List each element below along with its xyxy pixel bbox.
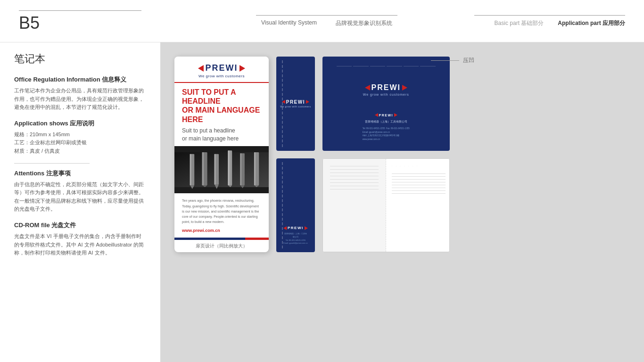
prewi-tagline-large: We grow with customers bbox=[363, 93, 409, 96]
section-cdrom: CD-ROM file 光盘文件 光盘文件是本 VI 手册电子文件的集合，内含手… bbox=[14, 221, 146, 257]
notebook-top-lines bbox=[332, 66, 440, 66]
brochure-caption: 扉页设计（同比例放大） bbox=[174, 240, 269, 252]
brochure-prewi-logo: PREWI We grow with customers bbox=[198, 63, 245, 78]
drill-bits-image bbox=[174, 146, 269, 193]
arrow-right-icon bbox=[306, 100, 309, 104]
prewi-logo-bottom: PREWI bbox=[363, 113, 410, 117]
notebook-open: · · · · · · · bbox=[322, 158, 450, 253]
header-center: Visual Identity System 品牌视觉形象识别系统 bbox=[179, 15, 474, 27]
notebook-front-large: PREWI We grow with customers PREWI 普莱维精器… bbox=[322, 57, 450, 151]
sidebar-title: 笔记本 bbox=[14, 52, 146, 66]
brochure-website: www.prewi.com.cn bbox=[182, 228, 261, 233]
vi-system-label-cn: 品牌视觉形象识别系统 bbox=[336, 19, 392, 27]
section-attentions-text: 由于信息的不确定性，此页部分规范（如文字大小、间距等）可作为参考使用，具体可根据… bbox=[14, 181, 146, 214]
header-top-line bbox=[19, 10, 141, 11]
sidebar: 笔记本 Office Regulation Information 信息释义 工… bbox=[0, 42, 160, 362]
brochure-subheadline: Suit to put a headlineor main language h… bbox=[182, 127, 261, 143]
prewi-text-large: PREWI bbox=[372, 83, 401, 92]
spine-dots-back bbox=[282, 162, 283, 249]
prewi-bar: PREWI bbox=[282, 99, 309, 105]
svg-rect-3 bbox=[190, 154, 191, 186]
header-right: Basic part 基础部分 Application part 应用部分 bbox=[474, 15, 625, 27]
spine-dots bbox=[282, 60, 283, 147]
svg-rect-9 bbox=[214, 154, 215, 185]
open-header-text: · · · · · · · bbox=[392, 165, 446, 167]
notebook-back-small: PREWI 普莱维精器（上海）工具有限公司 Tel: 86-021-64521-… bbox=[276, 158, 315, 253]
section-cdrom-title: CD-ROM file 光盘文件 bbox=[14, 221, 146, 230]
notebook-front-small: PREWI We grow with customers bbox=[276, 57, 315, 151]
section-spec1: 规格：210mm x 145mm bbox=[14, 131, 146, 139]
brochure-body: Ten years ago, the phoenix nirvana, rest… bbox=[174, 193, 269, 238]
header: B5 Visual Identity System 品牌视觉形象识别系统 Bas… bbox=[0, 0, 644, 42]
header-center-line bbox=[256, 15, 397, 16]
notebook-open-left bbox=[323, 159, 386, 252]
content-grid: PREWI We grow with customers PREWI bbox=[174, 57, 450, 252]
prewi-logo-large: PREWI We grow with customers bbox=[363, 83, 409, 96]
ya-ao-text: 压凹 bbox=[463, 57, 474, 65]
svg-marker-4 bbox=[190, 186, 194, 189]
section-spec2: 工艺：企业标志丝网印刷或烫银 bbox=[14, 139, 146, 147]
company-contact: Tel: 86-021-64521-2255 Fax: 86-021-64521… bbox=[363, 127, 410, 141]
svg-rect-12 bbox=[228, 151, 229, 186]
svg-rect-18 bbox=[254, 152, 256, 185]
back-company-info: 普莱维精器（上海）工具有限公司 Tel: 86-021-64521-2255 E… bbox=[283, 232, 308, 245]
open-lines-left bbox=[323, 159, 386, 252]
ya-ao-line bbox=[431, 60, 459, 61]
arrow-right-lg-icon bbox=[402, 85, 407, 90]
brochure-body-text: Ten years ago, the phoenix nirvana, rest… bbox=[182, 198, 261, 224]
prewi-logo-small: PREWI We grow with customers bbox=[280, 99, 311, 108]
nav-basic[interactable]: Basic part 基础部分 bbox=[495, 19, 544, 27]
sidebar-divider bbox=[14, 163, 90, 164]
section-attentions: Attentions 注意事项 由于信息的不确定性，此页部分规范（如文字大小、间… bbox=[14, 169, 146, 214]
section-regulation-title: Office Regulation Information 信息释义 bbox=[14, 75, 146, 84]
arrow-left-lg-icon bbox=[365, 85, 370, 90]
brochure-headline: SUIT TO PUT A HEADLINEOR MAIN LANGUAGE H… bbox=[182, 88, 261, 124]
header-center-labels: Visual Identity System 品牌视觉形象识别系统 bbox=[261, 19, 392, 27]
prewi-logo-back: PREWI bbox=[283, 226, 308, 230]
svg-rect-6 bbox=[202, 152, 204, 185]
ya-ao-label: 压凹 bbox=[431, 57, 474, 65]
brochure-headline-block: SUIT TO PUT A HEADLINEOR MAIN LANGUAGE H… bbox=[174, 83, 269, 146]
header-right-line bbox=[474, 15, 625, 16]
section-regulation: Office Regulation Information 信息释义 工作笔记本… bbox=[14, 75, 146, 112]
section-attentions-title: Attentions 注意事项 bbox=[14, 169, 146, 178]
page-code: B5 bbox=[19, 15, 179, 32]
header-nav: Basic part 基础部分 Application part 应用部分 bbox=[495, 19, 625, 27]
vi-system-label-en: Visual Identity System bbox=[261, 19, 317, 27]
content-area: 压凹 PREWI We grow with customers bbox=[160, 42, 644, 362]
section-application-title: Application shows 应用说明 bbox=[14, 119, 146, 128]
company-info-block: PREWI 普莱维精器（上海）工具有限公司 Tel: 86-021-64521-… bbox=[363, 113, 410, 141]
prewi-tagline: We grow with customers bbox=[280, 105, 311, 108]
section-regulation-text: 工作笔记本作为企业办公用品，具有规范行政管理形象的作用，也可作为赠品使用。为体现… bbox=[14, 87, 146, 112]
nav-application[interactable]: Application part 应用部分 bbox=[558, 19, 625, 27]
brochure-tagline: We grow with customers bbox=[198, 74, 245, 78]
header-left: B5 bbox=[19, 10, 179, 32]
prewi-text: PREWI bbox=[286, 99, 305, 105]
brochure-header: PREWI We grow with customers bbox=[174, 57, 269, 82]
section-spec3: 材质：真皮 / 仿真皮 bbox=[14, 147, 146, 156]
svg-rect-15 bbox=[240, 154, 241, 186]
section-application: Application shows 应用说明 规格：210mm x 145mm … bbox=[14, 119, 146, 156]
company-name: 普莱维精器（上海）工具有限公司 bbox=[363, 120, 410, 124]
brochure-panel: PREWI We grow with customers SUIT TO PUT… bbox=[174, 57, 269, 252]
section-cdrom-text: 光盘文件是本 VI 手册电子文件的集合，内含手册制作时的专用软件格式文件。其中 … bbox=[14, 232, 146, 257]
drill-bits-svg bbox=[174, 146, 269, 193]
main: 笔记本 Office Regulation Information 信息释义 工… bbox=[0, 42, 644, 362]
line1 bbox=[330, 166, 379, 166]
notebook-open-right: · · · · · · · bbox=[386, 159, 449, 252]
prewi-bar-large: PREWI bbox=[365, 83, 407, 92]
